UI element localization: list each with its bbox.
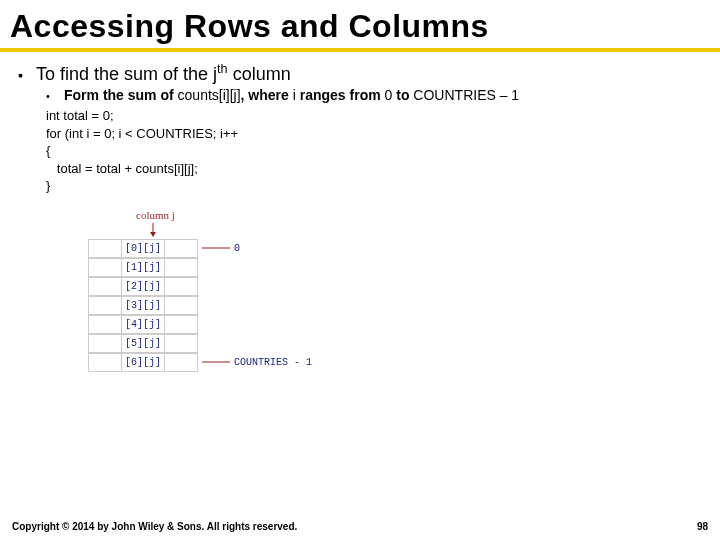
text: ranges from	[296, 87, 385, 103]
superscript-th: th	[217, 62, 228, 76]
table-row: . [5][j] .	[88, 334, 702, 353]
bullet1-text: To find the sum of the jth column	[36, 62, 291, 85]
bullet-level-1: ▪ To find the sum of the jth column	[18, 62, 702, 85]
svg-marker-1	[150, 232, 156, 237]
arrow-right-icon	[202, 357, 230, 367]
cell: [4][j]	[121, 315, 165, 334]
text: to	[392, 87, 413, 103]
bullet-level-2: • Form the sum of counts[i][j], where i …	[46, 87, 702, 103]
table-row: . [6][j] . COUNTRIES - 1	[88, 353, 702, 372]
bullet2-text: Form the sum of counts[i][j], where i ra…	[64, 87, 519, 103]
bullet-marker: ▪	[18, 67, 36, 83]
code-line: {	[46, 142, 702, 160]
cell-blank: .	[88, 258, 121, 277]
table-row: . [1][j] .	[88, 258, 702, 277]
text: column	[228, 64, 291, 84]
countries-minus-1: COUNTRIES – 1	[413, 87, 519, 103]
cell: [6][j]	[121, 353, 165, 372]
cell-blank: .	[165, 277, 198, 296]
table-row: . [2][j] .	[88, 277, 702, 296]
cell-blank: .	[88, 315, 121, 334]
cell: [3][j]	[121, 296, 165, 315]
footer: Copyright © 2014 by John Wiley & Sons. A…	[12, 521, 708, 532]
cell-blank: .	[165, 296, 198, 315]
table-row: . [0][j] . 0	[88, 239, 702, 258]
table-row: . [3][j] .	[88, 296, 702, 315]
column-diagram: column j . [0][j] . 0 . [1][j] . . [2][j…	[88, 209, 702, 372]
slide-title: Accessing Rows and Columns	[0, 0, 720, 48]
cell-blank: .	[88, 353, 121, 372]
cell: [5][j]	[121, 334, 165, 353]
annotation-first: 0	[234, 243, 240, 254]
table-row: . [4][j] .	[88, 315, 702, 334]
cell: [2][j]	[121, 277, 165, 296]
cell-blank: .	[88, 277, 121, 296]
copyright-text: Copyright © 2014 by John Wiley & Sons. A…	[12, 521, 297, 532]
code-expr: counts[i][j]	[178, 87, 241, 103]
code-line: for (int i = 0; i < COUNTRIES; i++	[46, 125, 702, 143]
cell-blank: .	[165, 334, 198, 353]
cell-blank: .	[88, 239, 121, 258]
cell: [1][j]	[121, 258, 165, 277]
arrow-down-icon	[148, 223, 702, 237]
text: , where	[241, 87, 293, 103]
cell-blank: .	[165, 315, 198, 334]
page-number: 98	[697, 521, 708, 532]
column-label: column j	[136, 209, 702, 221]
arrow-right-icon	[202, 243, 230, 253]
cell-blank: .	[165, 353, 198, 372]
text: Form the sum of	[64, 87, 178, 103]
cell-blank: .	[165, 239, 198, 258]
bullet-marker: •	[46, 90, 64, 102]
annotation-last: COUNTRIES - 1	[234, 357, 312, 368]
code-line: int total = 0;	[46, 107, 702, 125]
cell: [0][j]	[121, 239, 165, 258]
cell-blank: .	[88, 296, 121, 315]
text: To find the sum of the	[36, 64, 213, 84]
cell-blank: .	[88, 334, 121, 353]
cell-blank: .	[165, 258, 198, 277]
code-line: total = total + counts[i][j];	[46, 160, 702, 178]
slide-body: ▪ To find the sum of the jth column • Fo…	[0, 62, 720, 372]
title-underline	[0, 48, 720, 52]
code-block: int total = 0; for (int i = 0; i < COUNT…	[46, 107, 702, 195]
code-line: }	[46, 177, 702, 195]
